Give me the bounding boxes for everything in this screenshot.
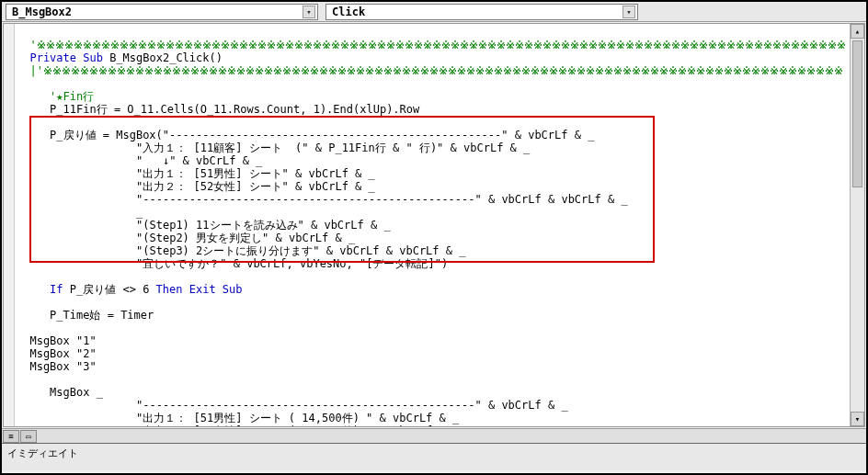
code-line: " ↓" & vbCrLf & _ [17,154,262,167]
vertical-scrollbar[interactable]: ▴ ▾ [850,24,864,426]
code-line: "出力１： [51男性] シート ( 14,500件) " & vbCrLf &… [17,412,459,424]
procedure-dropdown-label: Click [332,6,365,18]
scroll-thumb[interactable] [852,40,862,187]
single-view-button[interactable]: ≡ [3,430,19,443]
code-line: MsgBox "2" [17,347,97,360]
code-toolbar: B_MsgBox2 ▾ Click ▾ [2,2,866,22]
code-line: "(Step3) 2シートに振り分けます" & vbCrLf & vbCrLf … [17,244,465,257]
code-line: "---------------------------------------… [17,399,568,412]
code-line: "出力１： [51男性] シート" & vbCrLf & _ [17,167,375,180]
code-line: Private Sub [17,51,103,64]
code-line: '※※※※※※※※※※※※※※※※※※※※※※※※※※※※※※※※※※※※※※※… [17,39,846,51]
code-line: "入力１： [11顧客] シート (" & P_11Fin行 & " 行)" &… [17,141,530,154]
immediate-window[interactable]: イミディエイト [2,443,866,470]
code-line: "(Step2) 男女を判定し" & vbCrLf & _ [17,232,355,244]
code-editor[interactable]: '※※※※※※※※※※※※※※※※※※※※※※※※※※※※※※※※※※※※※※※… [3,23,865,427]
code-line: MsgBox "3" [17,360,97,373]
code-content: '※※※※※※※※※※※※※※※※※※※※※※※※※※※※※※※※※※※※※※※… [17,26,846,427]
code-line: MsgBox "1" [17,334,97,347]
view-mode-bar: ≡ ▭ [2,428,866,443]
code-line: |'※※※※※※※※※※※※※※※※※※※※※※※※※※※※※※※※※※※※※※… [17,64,843,77]
procedure-dropdown[interactable]: Click ▾ [326,4,638,20]
code-line: MsgBox _ [17,386,103,399]
code-line: "宜しいですか？" & vbCrLf, vbYesNo, "[データ転記]") [17,257,448,270]
scroll-down-arrow-icon[interactable]: ▾ [851,412,864,426]
code-line: "---------------------------------------… [17,193,628,206]
object-dropdown-label: B_MsgBox2 [12,6,72,18]
code-line: "(Step1) 11シートを読み込み" & vbCrLf & _ [17,219,391,232]
code-line: "出力２： [52女性] シート" & vbCrLf & _ [17,180,375,193]
chevron-down-icon: ▾ [303,6,315,18]
code-line: P_11Fin行 = O_11.Cells(O_11.Rows.Count, 1… [17,103,419,116]
code-gutter [4,24,15,426]
code-line: P_戻り値 = MsgBox("------------------------… [17,129,594,141]
code-line: P_Time始 = Timer [17,309,154,322]
immediate-title: イミディエイト [7,447,78,459]
code-line: '★Fin行 [17,90,94,103]
chevron-down-icon: ▾ [622,6,635,18]
full-view-button[interactable]: ▭ [20,430,37,443]
scroll-up-arrow-icon[interactable]: ▴ [851,24,864,39]
code-line: _ [17,206,143,219]
code-line: "出力２： [52女性] シート ( 15,500件) " & vbCrLf &… [17,424,459,427]
object-dropdown[interactable]: B_MsgBox2 ▾ [6,4,318,20]
code-line: If [17,283,63,296]
